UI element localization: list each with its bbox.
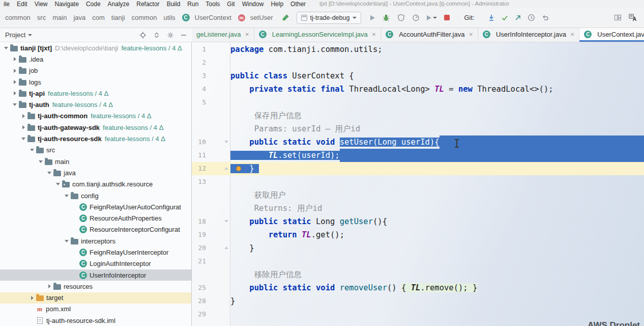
menu-item[interactable]: Navigate [51,1,82,8]
chevron-down-icon[interactable] [11,103,19,106]
stop-button[interactable] [444,15,450,20]
editor-tab[interactable]: geListener.java✕ [192,28,254,42]
close-icon[interactable]: ✕ [570,32,574,37]
fold-marker-icon[interactable] [224,247,228,249]
breadcrumb-item[interactable]: src [37,14,46,21]
tree-row[interactable]: CResourceInterceptorConfigurat [0,224,191,235]
tree-row[interactable]: CFeignRelayUserInterceptor [0,247,191,258]
menu-item[interactable]: Other [287,1,309,8]
breadcrumb-item[interactable]: java [73,14,85,21]
tree-row[interactable]: CUserInfoInterceptor [0,269,191,281]
close-icon[interactable]: ✕ [469,32,473,37]
menu-item[interactable]: Build [163,1,184,8]
chevron-right-icon[interactable] [45,284,53,288]
editor-tab[interactable]: CUserInfoInterceptor.java✕ [478,28,579,42]
chevron-down-icon[interactable] [45,172,53,174]
coverage-icon[interactable] [397,14,405,21]
tree-row[interactable]: logs [0,76,191,88]
close-icon[interactable]: ✕ [245,32,249,37]
menu-item[interactable]: View [31,1,51,8]
fold-marker-icon[interactable] [224,141,228,143]
collapse-all-icon[interactable] [153,32,160,39]
brush-icon[interactable] [281,14,289,22]
git-update-icon[interactable] [488,14,495,21]
run-config-select[interactable]: tj-trade-debug [297,12,362,24]
tree-row[interactable]: tj-apifeature-lessons / 4 Δ [0,88,191,99]
chevron-right-icon[interactable] [19,114,27,118]
tree-row[interactable]: target [0,292,191,304]
tree-row[interactable]: CFeignRelayUserAutoConfigurat [0,201,191,212]
breadcrumb-item[interactable]: tianji [111,14,125,21]
fold-marker-icon[interactable] [224,220,228,223]
tree-row[interactable]: tj-authfeature-lessons / 4 Δ [0,99,191,110]
tree-row[interactable]: job [0,65,191,76]
menu-item[interactable]: Refactor [133,1,163,8]
menu-item[interactable]: Run [184,1,202,8]
chevron-down-icon[interactable] [19,138,27,140]
breadcrumb-item[interactable]: com [92,14,105,21]
chevron-down-icon[interactable] [63,195,71,197]
tree-row[interactable]: src [0,145,191,156]
editor-tab[interactable]: CAccountAuthFilter.java✕ [381,28,478,42]
run-button[interactable] [370,15,375,20]
breadcrumb-item[interactable]: common [5,14,31,21]
gear-icon[interactable] [167,32,174,39]
breadcrumb-item[interactable]: common [132,14,157,21]
menu-item[interactable]: Window [239,1,268,8]
breadcrumb-item[interactable]: main [52,14,67,21]
chevron-down-icon[interactable] [54,183,62,185]
editor-tab[interactable]: CLearningLessonServiceImpl.java✕ [254,28,381,42]
tree-row[interactable]: resources [0,281,191,292]
tree-row[interactable]: CLoginAuthInterceptor [0,258,191,269]
locate-file-icon[interactable] [139,32,147,39]
chevron-down-icon[interactable] [37,160,45,163]
chevron-down-icon[interactable] [28,149,36,151]
tree-row[interactable]: config [0,190,191,201]
tree-row[interactable]: tj-auth-commonfeature-lessons / 4 Δ [0,111,191,122]
chevron-right-icon[interactable] [28,296,36,300]
debug-icon[interactable] [382,14,390,22]
menu-item[interactable]: Code [82,1,104,8]
tree-row[interactable]: interceptors [0,235,191,247]
chevron-right-icon[interactable] [11,57,19,61]
tree-row[interactable]: tj-auth-resource-sdkfeature-lessons / 4 … [0,133,191,144]
breakpoint-icon[interactable] [236,166,241,171]
profiler-icon[interactable] [412,14,420,21]
chevron-right-icon[interactable] [11,91,19,95]
breadcrumb-item[interactable]: msetUser [238,14,273,21]
menu-item[interactable]: Edit [13,1,31,8]
project-panel-header[interactable]: Project [0,28,192,42]
tree-row[interactable]: tianji [tjxt]D:\develop\code\tianjifeatu… [0,42,191,53]
translate-icon[interactable] [629,14,637,21]
tree-row[interactable]: com.tianji.authsdk.resource [0,179,191,190]
tree-row[interactable]: CResourceAuthProperties [0,212,191,224]
editor-tab[interactable]: CUserContext.java✕ [579,28,644,42]
menu-item[interactable]: Analyze [104,1,133,8]
editor[interactable]: 1package com.tianji.common.utils;23publi… [192,42,644,326]
breadcrumb-item[interactable]: utils [163,14,175,21]
tree-row[interactable]: main [0,156,191,167]
hide-panel-icon[interactable] [181,32,187,39]
chevron-right-icon[interactable] [11,80,19,84]
git-push-icon[interactable] [514,14,521,21]
git-commit-icon[interactable] [501,14,508,21]
chevron-down-icon[interactable] [63,240,71,242]
tree-row[interactable]: tj-auth-gateway-sdkfeature-lessons / 4 Δ [0,122,191,133]
menu-item[interactable]: Tools [202,1,223,8]
menu-item[interactable]: ile [0,1,13,8]
menu-item[interactable]: Help [267,1,287,8]
close-icon[interactable]: ✕ [372,32,376,37]
rollback-icon[interactable] [541,14,549,21]
tree-row[interactable]: mpom.xml [0,304,191,315]
menu-item[interactable]: Git [223,1,238,8]
chevron-down-icon[interactable] [2,47,10,49]
run-more-button[interactable] [427,15,437,20]
history-clock-icon[interactable] [528,14,535,21]
breadcrumb-item[interactable]: CUserContext [182,14,231,21]
layout-grid-icon[interactable] [614,14,622,21]
tree-row[interactable]: java [0,167,191,178]
tree-row[interactable]: .idea [0,53,191,65]
chevron-right-icon[interactable] [11,69,19,73]
tree-row[interactable]: tj-auth-resource-sdk.iml [0,315,191,326]
chevron-right-icon[interactable] [19,125,27,129]
